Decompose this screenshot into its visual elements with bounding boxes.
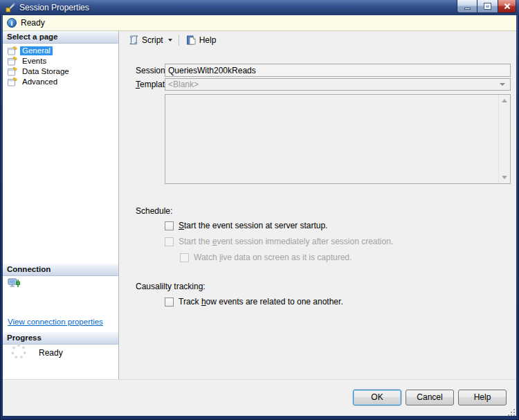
combo-chevron-down-icon: [500, 83, 505, 86]
connection-header-label: Connection: [7, 265, 51, 273]
session-name-input[interactable]: [165, 64, 511, 77]
template-select: <Blank>: [165, 78, 511, 91]
view-connection-properties-link[interactable]: View connection properties: [8, 318, 103, 326]
label-part: Start the: [179, 237, 212, 246]
scroll-down-icon: [502, 176, 507, 179]
button-bar: OK Cancel Help: [3, 379, 516, 416]
progress-status: Ready: [39, 348, 63, 358]
titlebar[interactable]: Session Properties: [0, 0, 519, 15]
close-x-icon: [504, 3, 511, 10]
connection-header: Connection: [3, 264, 118, 276]
label-part: Track: [179, 297, 201, 307]
sidebar-item-label: Advanced: [20, 77, 60, 86]
scroll-up-icon: [502, 99, 507, 102]
template-selected-value: <Blank>: [168, 80, 500, 89]
ok-button[interactable]: OK: [353, 390, 401, 405]
sidebar-item-label: Data Storage: [20, 67, 71, 76]
checkbox-box-icon: [180, 253, 189, 262]
main-panel: Script Help: [120, 31, 516, 379]
script-scroll-icon: [128, 35, 139, 46]
client-area: i Ready Select a page: [3, 15, 516, 416]
cancel-button[interactable]: Cancel: [406, 390, 454, 405]
spinner-ring-icon: [11, 344, 26, 359]
select-a-page-header: Select a page: [3, 31, 118, 44]
content-area: Select a page G: [3, 31, 516, 379]
script-button-label: Script: [142, 35, 163, 45]
checkbox-track-causality[interactable]: Track how events are related to one anot…: [165, 297, 343, 307]
chevron-down-icon[interactable]: [168, 39, 172, 42]
script-button[interactable]: Script: [125, 33, 175, 47]
sidebar-item-events[interactable]: Events: [3, 56, 118, 66]
causality-tracking-header: Causalilty tracking:: [136, 282, 206, 291]
page-tree: General Events: [3, 46, 118, 87]
template-description-box: [165, 94, 511, 184]
label-part: ow events are related to one another.: [206, 297, 343, 307]
toolbar-separator: [179, 35, 179, 46]
status-bar: i Ready: [3, 15, 516, 31]
label-part: tart the event session at server startup…: [184, 221, 327, 230]
checkbox-box-icon: [165, 221, 174, 230]
progress-header: Progress: [3, 332, 118, 345]
window-controls: [457, 0, 516, 13]
checkbox-start-at-startup[interactable]: Start the event session at server startu…: [165, 221, 327, 230]
property-page-icon: [8, 67, 17, 76]
label-mnemonic: S: [179, 221, 184, 230]
close-button[interactable]: [498, 0, 516, 13]
checkbox-box-icon: [165, 237, 174, 246]
property-page-icon: [8, 57, 17, 66]
sidebar-item-label: Events: [20, 57, 48, 66]
resize-grip-icon[interactable]: [507, 407, 516, 415]
label-part: Session: [136, 66, 167, 75]
minimize-button[interactable]: [457, 0, 477, 13]
sidebar-item-label: General: [20, 46, 53, 55]
schedule-header: Schedule:: [136, 206, 172, 216]
label-mnemonic: h: [201, 297, 206, 307]
checkbox-label: Track how events are related to one anot…: [179, 297, 343, 307]
info-icon: i: [7, 18, 17, 28]
checkbox-box-icon: [165, 298, 174, 307]
select-a-page-label: Select a page: [7, 33, 58, 41]
minimize-icon: [464, 8, 471, 10]
toolbar: Script Help: [120, 31, 516, 49]
status-text: Ready: [21, 18, 45, 28]
window-title: Session Properties: [19, 3, 89, 12]
property-page-icon: [8, 77, 17, 86]
label-part: ive data on screen as it is captured.: [221, 253, 352, 262]
checkbox-label: Start the event session immediately afte…: [179, 237, 393, 246]
sidebar-item-general[interactable]: General: [3, 46, 118, 56]
checkbox-watch-live-data: Watch live data on screen as it is captu…: [180, 253, 352, 262]
session-wand-icon: [5, 2, 16, 13]
maximize-icon: [484, 3, 491, 9]
sidebar: Select a page G: [3, 31, 119, 379]
session-properties-window: Session Properties i Ready Sele: [0, 0, 519, 420]
checkbox-start-immediately: Start the event session immediately afte…: [165, 237, 393, 246]
server-connection-icon: [8, 277, 21, 290]
help-toolbar-button[interactable]: Help: [183, 33, 219, 47]
label-part: vent session immediately after session c…: [217, 237, 393, 246]
label-part: Watch: [194, 253, 219, 262]
progress-header-label: Progress: [7, 334, 42, 342]
maximize-button[interactable]: [477, 0, 498, 13]
help-document-icon: [185, 35, 197, 46]
help-toolbar-label: Help: [199, 35, 217, 45]
help-button[interactable]: Help: [458, 390, 507, 405]
sidebar-item-data-storage[interactable]: Data Storage: [3, 66, 118, 77]
checkbox-label: Start the event session at server startu…: [179, 221, 327, 230]
property-page-icon: [8, 46, 17, 55]
sidebar-item-advanced[interactable]: Advanced: [3, 77, 118, 87]
checkbox-label: Watch live data on screen as it is captu…: [194, 253, 352, 262]
vertical-scrollbar: [498, 95, 510, 183]
